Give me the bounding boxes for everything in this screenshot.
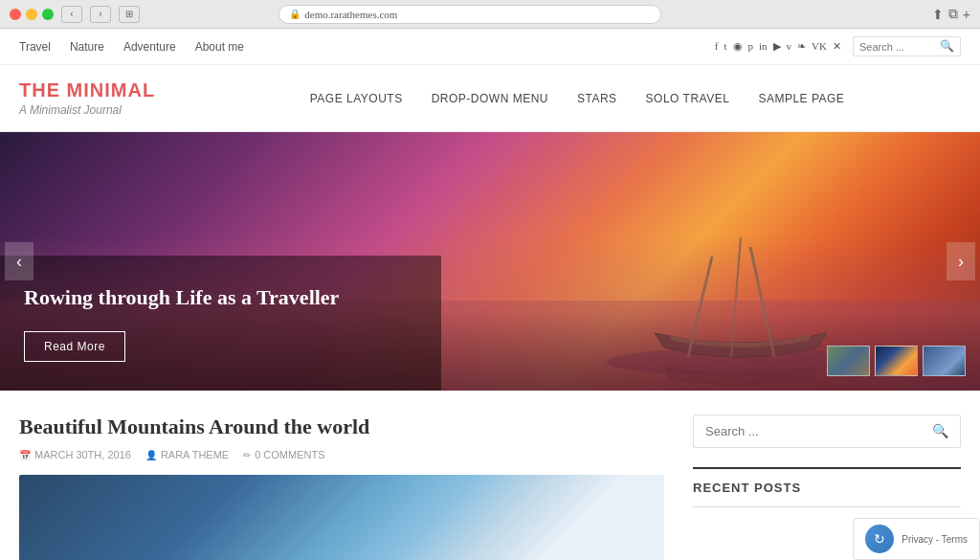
xing-icon[interactable]: ✕ — [833, 40, 841, 53]
duplicate-button[interactable]: ⧉ — [948, 6, 958, 22]
main-content: Beautiful Mountains Around the world 📅 M… — [19, 414, 693, 560]
recent-posts-heading: RECENT POSTS — [693, 467, 961, 507]
site-tagline: A Minimalist Journal — [19, 103, 155, 117]
linkedin-icon[interactable]: in — [759, 40, 768, 53]
nav-sample-page[interactable]: SAMPLE PAGE — [758, 92, 844, 105]
author-icon: 👤 — [145, 450, 157, 460]
svg-line-3 — [731, 237, 741, 357]
main-navigation: PAGE LAYOUTS DROP-DOWN MENU STARS SOLO T… — [193, 92, 961, 105]
url-bar[interactable]: 🔒 demo.rarathemes.com — [278, 5, 661, 24]
vimeo-icon[interactable]: v — [787, 40, 792, 53]
svg-line-2 — [750, 247, 774, 357]
content-area: Beautiful Mountains Around the world 📅 M… — [0, 391, 980, 560]
instagram-icon[interactable]: ◉ — [733, 40, 743, 53]
nav-dropdown-menu[interactable]: DROP-DOWN MENU — [432, 92, 548, 105]
post-meta: 📅 MARCH 30TH, 2016 👤 RARA THEME ✏ 0 COMM… — [19, 449, 664, 460]
post-date: 📅 MARCH 30TH, 2016 — [19, 449, 131, 460]
top-nav-links: Travel Nature Adventure About me — [19, 40, 244, 54]
svg-line-1 — [688, 257, 712, 357]
browser-dots — [10, 9, 54, 20]
pinterest-icon[interactable]: p — [748, 40, 754, 53]
new-tab-button[interactable]: + — [963, 6, 970, 22]
hero-title: Rowing through Life as a Traveller — [24, 284, 417, 312]
share-button[interactable]: ⬆ — [932, 6, 944, 22]
slider-thumb-1[interactable] — [827, 346, 870, 376]
vk-icon[interactable]: VK — [812, 40, 827, 53]
sidebar-search-input[interactable] — [705, 424, 924, 438]
browser-right-buttons: ⬆ ⧉ + — [932, 6, 970, 22]
browser-chrome: ‹ › ⊞ 🔒 demo.rarathemes.com ⬆ ⧉ + — [0, 0, 980, 29]
read-more-button[interactable]: Read More — [24, 331, 125, 362]
url-text: demo.rarathemes.com — [304, 9, 397, 20]
back-button[interactable]: ‹ — [61, 6, 82, 23]
hero-overlay: Rowing through Life as a Traveller Read … — [0, 256, 441, 391]
youtube-icon[interactable]: ▶ — [773, 40, 781, 53]
site-brand: THE MINIMAL A Minimalist Journal — [19, 79, 155, 117]
top-search-bar[interactable]: 🔍 — [853, 36, 961, 56]
lock-icon: 🔒 — [289, 9, 301, 19]
pencil-icon: ✏ — [243, 450, 251, 460]
post-comments: ✏ 0 COMMENTS — [243, 449, 324, 460]
privacy-bar: ↻ Privacy - Terms — [853, 518, 980, 560]
slider-prev-button[interactable]: ‹ — [5, 242, 33, 280]
odnoklassniki-icon[interactable]: ❧ — [797, 40, 806, 53]
recaptcha-icon: ↻ — [865, 525, 894, 553]
site-header: THE MINIMAL A Minimalist Journal PAGE LA… — [0, 65, 980, 132]
slider-next-button[interactable]: › — [947, 242, 975, 280]
twitter-icon[interactable]: t — [724, 40, 726, 53]
nav-link-adventure[interactable]: Adventure — [123, 40, 176, 54]
sidebar-search[interactable]: 🔍 — [693, 414, 961, 448]
maximize-dot[interactable] — [42, 9, 54, 20]
nav-page-layouts[interactable]: PAGE LAYOUTS — [310, 92, 403, 105]
slider-thumb-2[interactable] — [875, 346, 918, 376]
post-thumbnail — [19, 475, 664, 560]
minimize-dot[interactable] — [26, 9, 37, 20]
post-author: 👤 RARA THEME — [145, 449, 229, 460]
nav-solo-travel[interactable]: SOLO TRAVEL — [646, 92, 730, 105]
post-title: Beautiful Mountains Around the world — [19, 414, 664, 439]
forward-button[interactable]: › — [90, 6, 111, 23]
close-dot[interactable] — [10, 9, 21, 20]
nav-stars[interactable]: STARS — [577, 92, 617, 105]
top-search-icon[interactable]: 🔍 — [940, 39, 954, 54]
sidebar-search-icon[interactable]: 🔍 — [932, 423, 948, 439]
social-icons: f t ◉ p in ▶ v ❧ VK ✕ — [715, 40, 841, 53]
slider-thumb-3[interactable] — [923, 346, 966, 376]
tab-view-button[interactable]: ⊞ — [119, 6, 140, 23]
top-nav-bar: Travel Nature Adventure About me f t ◉ p… — [0, 29, 980, 65]
nav-link-nature[interactable]: Nature — [70, 40, 104, 54]
hero-slider: Rowing through Life as a Traveller Read … — [0, 132, 980, 391]
calendar-icon: 📅 — [19, 450, 31, 460]
facebook-icon[interactable]: f — [715, 40, 719, 53]
website: Travel Nature Adventure About me f t ◉ p… — [0, 29, 980, 560]
slider-thumbnails — [827, 346, 966, 376]
nav-link-about[interactable]: About me — [195, 40, 244, 54]
top-nav-right: f t ◉ p in ▶ v ❧ VK ✕ 🔍 — [715, 36, 961, 56]
nav-link-travel[interactable]: Travel — [19, 40, 51, 54]
top-search-input[interactable] — [859, 41, 936, 53]
privacy-text[interactable]: Privacy - Terms — [902, 534, 968, 545]
site-title[interactable]: THE MINIMAL — [19, 79, 155, 101]
